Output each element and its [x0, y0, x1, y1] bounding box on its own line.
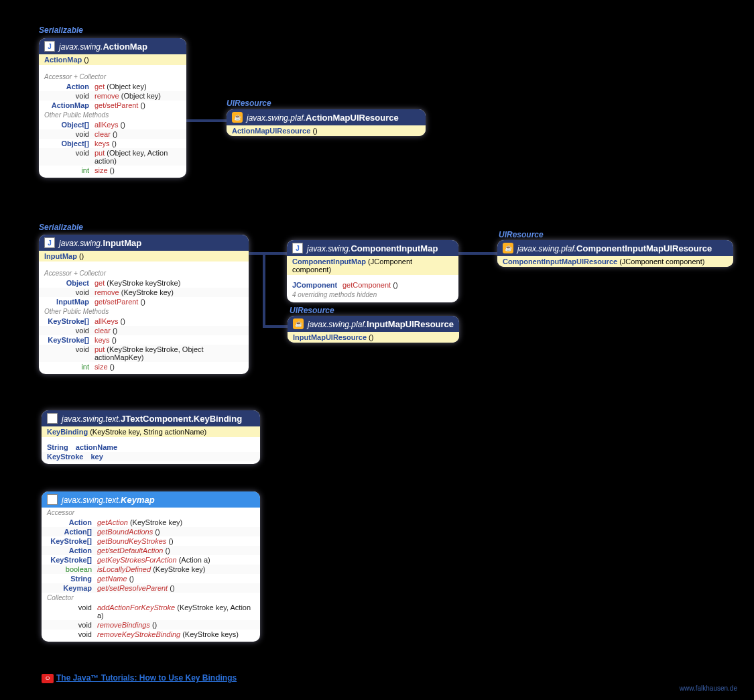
class-name[interactable]: ActionMap — [103, 42, 147, 52]
method-row[interactable]: ActionMapget/setParent () — [39, 101, 186, 110]
class-inputmapuiresource: ☕ javax.swing.plaf.InputMapUIResource In… — [288, 316, 459, 343]
constructor-row[interactable]: KeyBinding (KeyStroke key, String action… — [42, 426, 260, 437]
credit-link[interactable]: www.falkhausen.de — [680, 685, 737, 692]
class-icon: Tt — [47, 494, 58, 505]
method-row[interactable]: booleanisLocallyDefined (KeyStroke key) — [42, 565, 260, 574]
section-header: Accessor — [42, 508, 260, 518]
interface-serializable[interactable]: Serializable — [39, 25, 83, 35]
package-name: javax.swing. — [59, 239, 103, 248]
method-row[interactable]: ActiongetAction (KeyStroke key) — [42, 518, 260, 527]
plaf-icon: ☕ — [232, 112, 243, 123]
class-componentinputmapuiresource: ☕ javax.swing.plaf.ComponentInputMapUIRe… — [497, 240, 733, 267]
section-header: Accessor + Collector — [39, 268, 249, 278]
class-name[interactable]: Keymap — [121, 495, 155, 505]
package-name: javax.swing.plaf. — [308, 320, 367, 329]
package-name: javax.swing. — [307, 244, 351, 253]
package-name: javax.swing.plaf. — [517, 244, 576, 253]
class-inputmap: J javax.swing.InputMap InputMap () Acces… — [39, 235, 249, 374]
class-icon: J — [44, 41, 55, 52]
method-row[interactable]: Keymapget/setResolveParent () — [42, 583, 260, 593]
method-row[interactable]: voidremove (Object key) — [39, 91, 186, 101]
class-componentinputmap: J javax.swing.ComponentInputMap Componen… — [287, 240, 458, 302]
constructor-row[interactable]: ActionMapUIResource () — [227, 125, 426, 136]
plaf-icon: ☕ — [293, 318, 304, 329]
constructor-row[interactable]: ComponentInputMapUIResource (JComponent … — [497, 256, 733, 267]
class-header: ☕ javax.swing.plaf.ActionMapUIResource — [227, 109, 426, 125]
method-row[interactable]: intsize () — [39, 166, 186, 175]
class-actionmap: J javax.swing.ActionMap ActionMap () Acc… — [39, 38, 186, 178]
method-row[interactable]: Action[]getBoundActions () — [42, 527, 260, 536]
constructor-row[interactable]: ComponentInputMap (JComponent component) — [287, 256, 458, 275]
class-header: J javax.swing.ComponentInputMap — [287, 240, 458, 256]
interface-header: Tt javax.swing.text.Keymap — [42, 491, 260, 508]
constructor-row[interactable]: ActionMap () — [39, 54, 186, 65]
class-header: J javax.swing.ActionMap — [39, 38, 186, 54]
connector — [263, 252, 265, 327]
class-header: ☕ javax.swing.plaf.ComponentInputMapUIRe… — [497, 240, 733, 256]
method-row[interactable]: JComponentgetComponent () — [287, 280, 458, 290]
method-row[interactable]: Object[]keys () — [39, 139, 186, 148]
method-row[interactable]: StringgetName () — [42, 574, 260, 583]
field-row[interactable]: String actionName — [42, 443, 260, 452]
constructor-row[interactable]: InputMap () — [39, 251, 249, 261]
class-name[interactable]: ComponentInputMap — [351, 243, 438, 253]
connector — [263, 325, 288, 328]
package-name: javax.swing.text. — [62, 495, 121, 505]
interface-serializable-2[interactable]: Serializable — [39, 223, 83, 232]
plaf-icon: ☕ — [503, 243, 513, 253]
section-header: Other Public Methods — [39, 110, 186, 120]
method-row[interactable]: voidclear () — [39, 129, 186, 139]
constructor-row[interactable]: InputMapUIResource () — [288, 332, 459, 343]
interface-uiresource-3[interactable]: UIResource — [290, 306, 334, 315]
class-icon: J — [44, 237, 55, 248]
class-header: J javax.swing.InputMap — [39, 235, 249, 251]
package-name: javax.swing.plaf. — [247, 113, 306, 123]
connector — [186, 119, 227, 122]
package-name: javax.swing. — [59, 42, 103, 52]
method-row[interactable]: Object[]allKeys () — [39, 120, 186, 129]
connector — [249, 252, 287, 255]
method-row[interactable]: voidremoveKeyStrokeBinding (KeyStroke ke… — [42, 630, 260, 639]
class-name[interactable]: JTextComponent.KeyBinding — [121, 414, 242, 424]
hidden-note: 4 overriding methods hidden — [287, 290, 458, 300]
method-row[interactable]: KeyStroke[]getBoundKeyStrokes () — [42, 536, 260, 546]
method-row[interactable]: voidclear () — [39, 326, 249, 335]
method-row[interactable]: KeyStroke[]keys () — [39, 335, 249, 345]
section-header: Collector — [42, 593, 260, 603]
class-name[interactable]: ComponentInputMapUIResource — [576, 243, 712, 253]
method-row[interactable]: voidremove (KeyStroke key) — [39, 288, 249, 297]
class-keybinding: Tt javax.swing.text.JTextComponent.KeyBi… — [42, 410, 260, 464]
method-row[interactable]: Actionget (Object key) — [39, 82, 186, 91]
method-row[interactable]: KeyStroke[]allKeys () — [39, 316, 249, 326]
method-row[interactable]: KeyStroke[]getKeyStrokesForAction (Actio… — [42, 555, 260, 565]
method-row[interactable]: voidaddActionForKeyStroke (KeyStroke key… — [42, 603, 260, 620]
class-name[interactable]: ActionMapUIResource — [306, 113, 399, 123]
class-keymap: Tt javax.swing.text.Keymap Accessor Acti… — [42, 491, 260, 642]
method-row[interactable]: voidput (Object key, Action action) — [39, 148, 186, 166]
section-header: Other Public Methods — [39, 306, 249, 316]
interface-uiresource-2[interactable]: UIResource — [499, 230, 544, 239]
class-icon: J — [292, 243, 303, 253]
method-row[interactable]: voidremoveBindings () — [42, 620, 260, 630]
package-name: javax.swing.text. — [62, 414, 121, 424]
class-name[interactable]: InputMap — [103, 238, 141, 248]
class-actionmapuiresource: ☕ javax.swing.plaf.ActionMapUIResource A… — [227, 109, 426, 136]
connector — [458, 252, 497, 255]
oracle-icon: O — [42, 674, 54, 683]
method-row[interactable]: Objectget (KeyStroke keyStroke) — [39, 278, 249, 288]
method-row[interactable]: InputMapget/setParent () — [39, 297, 249, 306]
class-header: Tt javax.swing.text.JTextComponent.KeyBi… — [42, 410, 260, 426]
interface-uiresource-1[interactable]: UIResource — [227, 99, 271, 108]
class-icon: Tt — [47, 413, 58, 424]
method-row[interactable]: voidput (KeyStroke keyStroke, Object act… — [39, 345, 249, 362]
method-row[interactable]: intsize () — [39, 362, 249, 371]
class-header: ☕ javax.swing.plaf.InputMapUIResource — [288, 316, 459, 332]
class-name[interactable]: InputMapUIResource — [367, 319, 454, 329]
method-row[interactable]: Actionget/setDefaultAction () — [42, 546, 260, 555]
section-header: Accessor + Collector — [39, 72, 186, 82]
field-row[interactable]: KeyStroke key — [42, 452, 260, 461]
tutorial-link[interactable]: OThe Java™ Tutorials: How to Use Key Bin… — [42, 673, 237, 683]
